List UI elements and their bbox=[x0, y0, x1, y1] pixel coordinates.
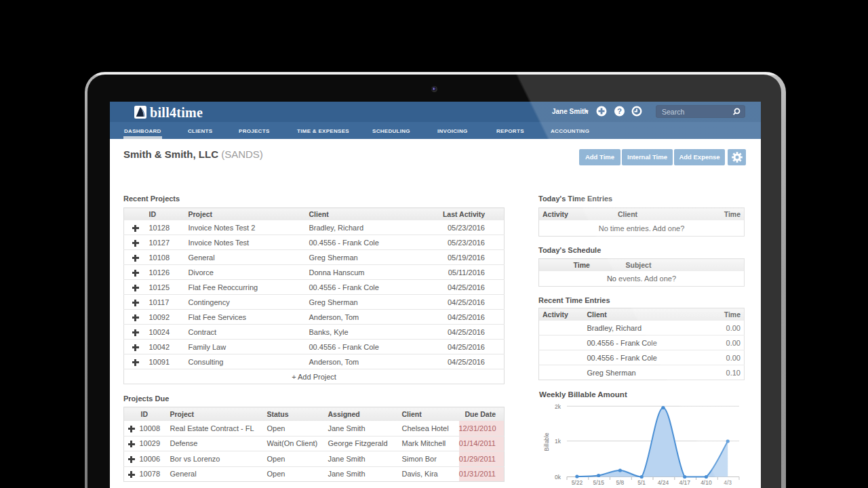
svg-text:0k: 0k bbox=[555, 474, 561, 481]
svg-text:4/24: 4/24 bbox=[658, 479, 669, 486]
svg-text:2k: 2k bbox=[555, 403, 561, 410]
svg-text:4/10: 4/10 bbox=[701, 479, 712, 486]
svg-text:1k: 1k bbox=[555, 438, 561, 445]
svg-text:5/22: 5/22 bbox=[572, 479, 583, 486]
svg-text:5/1: 5/1 bbox=[637, 479, 646, 486]
svg-text:5/15: 5/15 bbox=[593, 479, 604, 486]
svg-text:5/8: 5/8 bbox=[616, 479, 624, 486]
svg-text:4/17: 4/17 bbox=[679, 479, 690, 486]
svg-text:Billable: Billable bbox=[543, 432, 550, 451]
